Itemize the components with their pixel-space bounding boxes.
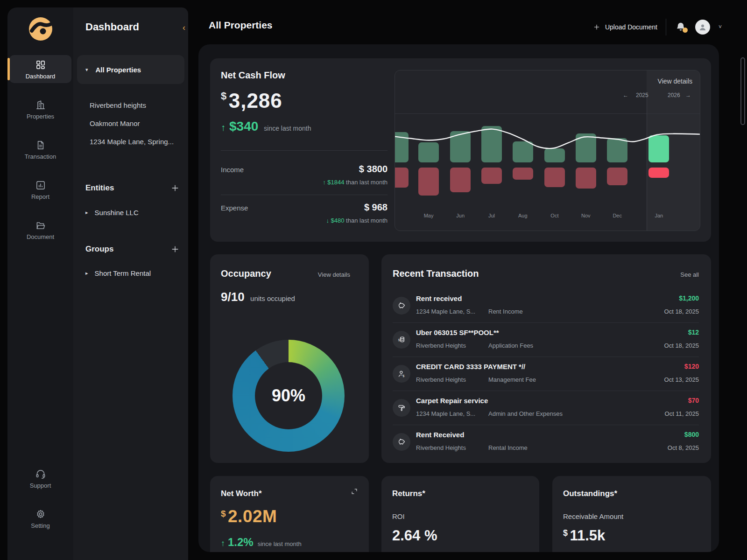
add-entities-button[interactable] [170, 183, 180, 193]
caret-right-icon: ▸ [85, 210, 88, 216]
transaction-amount: $120 [684, 363, 699, 370]
sidebar: Dashboard ‹ ▾ All Properties Riverbend h… [73, 7, 188, 560]
transaction-category: Application Fees [488, 342, 533, 349]
transaction-title: CREDIT CARD 3333 PAYMENT *// [416, 363, 525, 371]
tree-item-label: Sunshine LLC [95, 209, 139, 217]
pager-prev-arrow-icon[interactable]: ← [623, 92, 628, 98]
cash-flow-chart: View details ← 2025 2026 → MayJunJulAugO… [395, 70, 700, 231]
rail-item-label: Report [31, 193, 49, 200]
property-selector[interactable]: ▾ All Properties [77, 55, 184, 84]
net-cash-flow-title: Net Cash Flow [221, 70, 285, 81]
coins-icon: $ [393, 331, 410, 349]
svg-text:$: $ [402, 374, 404, 377]
occupancy-donut-chart: 90% [233, 340, 345, 452]
expense-label: Expense [221, 204, 248, 212]
transaction-location: Riverbend Heights [416, 342, 486, 349]
person-icon: $ [393, 365, 410, 383]
rail-item-report[interactable]: Report [9, 175, 71, 203]
notification-badge [683, 28, 688, 33]
rail-item-transaction[interactable]: Transaction [9, 135, 71, 163]
rail-footer: SupportSetting [7, 464, 73, 545]
chart-view-details-link[interactable]: View details [658, 77, 692, 85]
add-groups-button[interactable] [170, 245, 180, 254]
rail-item-setting[interactable]: Setting [9, 504, 71, 532]
roi-value: 2.64 % [392, 527, 437, 544]
rail-item-label: Properties [27, 113, 54, 120]
rail-item-label: Setting [31, 522, 49, 529]
transaction-date: Oct 18, 2025 [664, 308, 699, 315]
pager-prev-year[interactable]: 2025 [636, 92, 648, 98]
month-label: Jun [456, 213, 465, 218]
receivable-value: $ 11.5k [563, 527, 605, 544]
rail-item-support[interactable]: Support [9, 464, 71, 492]
occupancy-card: Occupancy View details 9/10 units occupi… [210, 254, 369, 463]
arrow-up-icon: ↑ [221, 539, 225, 548]
pager-next-arrow-icon[interactable]: → [685, 92, 691, 98]
section-header-groups: Groups [85, 245, 180, 254]
tree-item[interactable]: ▸Sunshine LLC [85, 209, 139, 217]
net-cash-flow-value: $ 3,286 [221, 89, 282, 112]
tree-item[interactable]: ▸Short Term Rental [85, 269, 151, 277]
transaction-date: Oct 13, 2025 [664, 376, 699, 383]
income-value: $ 3800 [359, 164, 388, 175]
transaction-row[interactable]: $CREDIT CARD 3333 PAYMENT *//Riverbend H… [393, 357, 699, 391]
sidebar-property-item[interactable]: Oakmont Manor [73, 114, 184, 133]
transaction-list: Rent received1234 Maple Lane, S...Rent I… [393, 289, 699, 459]
occupancy-view-details-link[interactable]: View details [318, 271, 350, 278]
roi-label: ROI [392, 512, 405, 520]
net-worth-delta-amount: 1.2% [228, 536, 254, 549]
scrollbar-thumb[interactable] [740, 57, 745, 125]
recent-transaction-title: Recent Transaction [393, 268, 479, 279]
upload-document-button[interactable]: Upload Document [593, 23, 657, 31]
pager-next-year[interactable]: 2026 [668, 92, 680, 98]
expense-delta: $480 [331, 217, 345, 224]
expense-delta-note: than last month [346, 217, 388, 224]
expand-icon[interactable] [350, 487, 359, 496]
rail-item-properties[interactable]: Properties [9, 95, 71, 123]
returns-card: Returns* ROI 2.64 % [381, 476, 539, 552]
notifications-button[interactable] [675, 21, 687, 33]
sidebar-title: Dashboard [85, 21, 139, 33]
transaction-date: Oct 18, 2025 [664, 342, 699, 349]
app-logo[interactable] [7, 15, 73, 43]
occupancy-percent: 90% [255, 362, 322, 429]
month-label: Oct [550, 213, 558, 218]
see-all-link[interactable]: See all [680, 271, 699, 278]
transaction-row[interactable]: Rent ReceivedRiverbend HeightsRental Inc… [393, 425, 699, 459]
rail-item-document[interactable]: Document [9, 216, 71, 244]
transaction-location: 1234 Maple Lane, S... [416, 308, 486, 315]
chevron-down-icon[interactable]: ˅ [719, 24, 722, 30]
transaction-date: Oct 11, 2025 [665, 410, 699, 417]
arrow-up-icon: ↑ [323, 179, 326, 186]
sidebar-property-item[interactable]: Riverbend heights [73, 96, 184, 114]
net-worth-value: $ 2.02M [221, 507, 277, 526]
building-icon [35, 99, 47, 111]
report-icon [35, 179, 47, 191]
occupancy-title: Occupancy [221, 268, 271, 279]
arrow-down-icon: ↓ [326, 217, 329, 224]
folder-icon [35, 219, 47, 231]
recent-transaction-card: Recent Transaction See all Rent received… [381, 254, 711, 463]
currency-symbol: $ [221, 90, 226, 102]
income-label: Income [221, 166, 244, 174]
rail-item-label: Dashboard [26, 73, 56, 80]
rail-item-label: Document [27, 233, 54, 240]
occupancy-ratio-note: units occupied [250, 294, 295, 302]
rail-item-label: Transaction [25, 153, 56, 160]
sidebar-collapse-icon[interactable]: ‹ [183, 23, 185, 33]
rail-item-dashboard[interactable]: Dashboard [9, 55, 71, 83]
sidebar-property-item[interactable]: 1234 Maple Lane, Spring... [73, 133, 184, 151]
file-icon [35, 139, 47, 151]
transaction-row[interactable]: Rent received1234 Maple Lane, S...Rent I… [393, 289, 699, 323]
net-worth-delta-note: since last month [258, 540, 302, 547]
transaction-row[interactable]: $Uber 063015 SF**POOL**Riverbend Heights… [393, 323, 699, 357]
avatar[interactable] [695, 20, 710, 35]
net-worth-amount: 2.02M [228, 507, 277, 526]
outstandings-card: Outstandings* Receivable Amount $ 11.5k [552, 476, 711, 552]
transaction-row[interactable]: Carpet Repair service1234 Maple Lane, S.… [393, 391, 699, 425]
section-title: Entities [85, 183, 114, 193]
net-worth-title: Net Worth* [221, 489, 262, 498]
transaction-amount: $800 [684, 431, 699, 438]
caret-right-icon: ▸ [85, 270, 88, 276]
user-icon [698, 22, 707, 32]
